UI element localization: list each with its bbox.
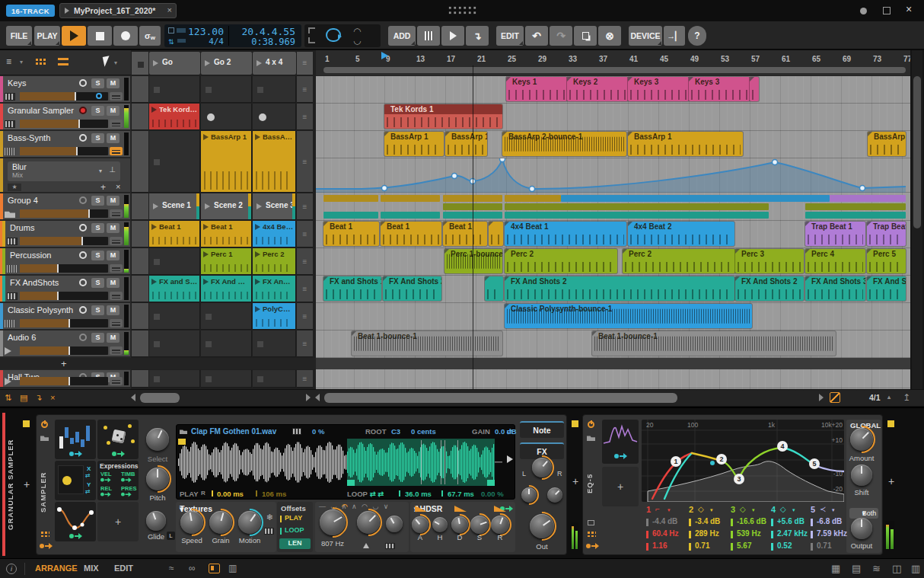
solo-button[interactable]: S: [91, 305, 104, 315]
launcher-clip-polychords[interactable]: PolyChords: [253, 303, 296, 330]
eq-band-1-gain-value[interactable]: -4.4 dB: [652, 517, 677, 525]
empty-clip-slot[interactable]: [253, 331, 296, 357]
link-views-icon[interactable]: ∞: [189, 563, 199, 573]
record-arm-button[interactable]: [79, 196, 87, 204]
add-track-button[interactable]: +: [61, 358, 67, 369]
stop-button[interactable]: [88, 26, 112, 46]
track-header-percussion[interactable]: PercussionSM: [0, 248, 130, 275]
volume-slider[interactable]: [20, 120, 108, 128]
grid-resolution-select[interactable]: 4/1▴: [869, 393, 881, 402]
empty-clip-slot[interactable]: [149, 76, 200, 103]
arranger-clip-fx-and-shot[interactable]: FX And Shot: [867, 276, 906, 301]
record-arm-button[interactable]: [79, 251, 87, 259]
offset-play[interactable]: PLAY: [285, 514, 302, 522]
time-signature-value[interactable]: 4/4: [209, 37, 224, 46]
track-header-hall-two[interactable]: Hall TwoSM: [0, 370, 130, 388]
launcher-rows-icon[interactable]: [58, 58, 69, 65]
filter-keytrack-icon[interactable]: [385, 543, 395, 549]
arranger-clip-keys-2[interactable]: Keys 2: [567, 77, 628, 101]
arranger-clip-fx-and-shots-2[interactable]: FX And Shots 2: [383, 276, 441, 301]
project-badge[interactable]: 16-TRACK: [6, 5, 55, 17]
eq-band-3-type-icon[interactable]: ◇: [740, 505, 746, 513]
eq-band-2-q-value[interactable]: 0.71: [695, 541, 709, 550]
arranger-clip-bassarp-2-bounce-1[interactable]: BassArp 2-bounce-1: [502, 132, 626, 156]
eq-band-handle-5[interactable]: 5: [809, 458, 820, 469]
mute-button[interactable]: M: [107, 223, 119, 233]
mod-tile-curve[interactable]: [55, 502, 96, 541]
eq-band-handle-3[interactable]: 3: [734, 474, 744, 484]
sample-velocity-value[interactable]: 0 %: [312, 427, 324, 436]
launcher-scroll-left[interactable]: [131, 394, 135, 401]
eq-band-5-q-value[interactable]: 0.71: [817, 541, 831, 550]
file-menu-button[interactable]: FILE: [6, 26, 32, 46]
eq-band-1-type-caret[interactable]: ▾: [668, 507, 671, 513]
track-menu-button[interactable]: [110, 120, 123, 128]
eq-band-1-number[interactable]: 1: [646, 505, 651, 514]
send-b-knob[interactable]: [547, 487, 562, 503]
offset-len-toggle[interactable]: LEN: [279, 538, 311, 549]
launcher-clip-perc-2[interactable]: Perc 2: [253, 248, 296, 275]
select-knob[interactable]: [146, 428, 169, 451]
track-menu-button[interactable]: [110, 292, 123, 300]
redo-button[interactable]: ↷: [550, 26, 572, 46]
eq-mode-select[interactable]: Both ▾: [849, 508, 878, 519]
eq-band-handle-4[interactable]: 4: [777, 441, 788, 452]
clip-row-options[interactable]: ≡: [297, 221, 313, 247]
track-header-classic-polysynth[interactable]: Classic PolysynthSM: [0, 303, 130, 330]
track-mode-icon[interactable]: ≡: [6, 57, 18, 66]
timeline-zoom-scrollbar[interactable]: [323, 67, 906, 73]
launcher-clip-tek-kords-1[interactable]: Tek Kords 1: [149, 104, 200, 130]
play-start-marker[interactable]: [381, 52, 388, 59]
playhead-line[interactable]: [473, 65, 473, 389]
project-tab[interactable]: MyProject_16T_2020* ×: [59, 3, 177, 18]
pin-icon[interactable]: ⊥: [109, 165, 116, 174]
launcher-clip-perc-1[interactable]: Perc 1: [201, 248, 252, 275]
eq5-graph[interactable]: 201001k10k+20+10-10-2012345: [642, 420, 844, 502]
arranger-scroll-thumb[interactable]: [324, 393, 677, 403]
group-scene-cell-scene-1[interactable]: Scene 1: [149, 193, 200, 220]
add-device-button[interactable]: +: [569, 475, 581, 487]
clip-row-options[interactable]: ≡: [297, 131, 313, 193]
mod-tile-xy[interactable]: X ⇄ Y ⇄: [55, 461, 96, 500]
eq-band-4-type-caret[interactable]: ▾: [792, 507, 795, 513]
eq-band-3-type-caret[interactable]: ▾: [752, 507, 755, 513]
mod-tile-add[interactable]: +: [97, 502, 139, 541]
add-automation-lane-button[interactable]: +: [100, 182, 106, 193]
solo-button[interactable]: S: [91, 223, 104, 233]
env-attack-knob[interactable]: [412, 516, 429, 533]
clip-stop-cell[interactable]: [132, 221, 148, 247]
solo-button[interactable]: S: [91, 133, 104, 143]
sample-file-name[interactable]: Clap FM Gothen 01.wav: [191, 427, 276, 436]
eq-band-1-type-icon[interactable]: ⌐: [655, 505, 660, 513]
filter-resonance-knob[interactable]: [357, 511, 380, 534]
env-release-knob[interactable]: [491, 516, 509, 534]
record-arm-button[interactable]: [79, 224, 87, 232]
clip-row-options[interactable]: ≡: [297, 276, 313, 302]
eq-band-4-number[interactable]: 4: [771, 505, 776, 514]
env-hold-knob[interactable]: [432, 517, 448, 532]
eq-band-3-q-value[interactable]: 5.67: [737, 541, 751, 550]
post-sampler-color-square[interactable]: [572, 420, 578, 427]
punch-out-icon[interactable]: [308, 37, 315, 43]
out-knob[interactable]: [530, 514, 554, 538]
empty-clip-slot[interactable]: [201, 76, 252, 103]
insert-device-button[interactable]: →▏: [664, 26, 685, 46]
eq-band-2-type-caret[interactable]: ▾: [710, 507, 713, 513]
empty-clip-slot[interactable]: [201, 370, 252, 388]
sample-folder-icon[interactable]: [180, 429, 187, 434]
timeline-ruler[interactable]: 1591317212529333741454953576165697377: [316, 50, 910, 75]
volume-slider[interactable]: [20, 346, 108, 355]
piano-panel-icon[interactable]: ▥: [911, 563, 920, 574]
scene-header-go-2[interactable]: Go 2: [201, 52, 252, 75]
eq-band-handle-2[interactable]: 2: [716, 454, 727, 465]
launcher-clip-fx-and-shots-2[interactable]: FX And Shots 2: [201, 276, 252, 302]
record-clip-slot[interactable]: [253, 104, 296, 130]
close-launcher-icon[interactable]: ×: [50, 393, 55, 402]
track-menu-button[interactable]: [110, 147, 123, 155]
arranger-clip-fx-and-shots-1[interactable]: FX and Shots 1: [323, 276, 381, 301]
eq-band-3-freq-value[interactable]: 539 Hz: [737, 529, 761, 538]
window-minimize-button[interactable]: [860, 8, 867, 14]
eq-amount-knob[interactable]: [850, 428, 873, 451]
play-menu-button[interactable]: PLAY: [34, 26, 60, 46]
record-arm-button[interactable]: [79, 279, 87, 286]
